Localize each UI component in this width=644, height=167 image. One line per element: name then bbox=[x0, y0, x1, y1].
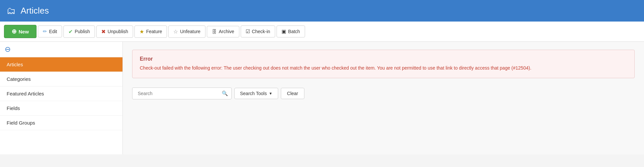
error-box: Error Check-out failed with the followin… bbox=[132, 50, 635, 78]
unfeature-button-label: Unfeature bbox=[180, 29, 200, 34]
app-header: 🗂 Articles bbox=[0, 0, 644, 22]
archive-button[interactable]: 🗄 Archive bbox=[207, 26, 239, 37]
feature-button-label: Feature bbox=[146, 29, 162, 34]
checkin-button[interactable]: ☑ Check-in bbox=[241, 26, 275, 37]
sidebar-item-featured-articles-label: Featured Articles bbox=[7, 91, 44, 96]
sidebar-item-articles-label: Articles bbox=[7, 62, 23, 67]
clear-button[interactable]: Clear bbox=[281, 88, 304, 99]
main-layout: ⊖ Articles Categories Featured Articles … bbox=[0, 42, 644, 154]
error-title: Error bbox=[140, 56, 627, 62]
edit-button-label: Edit bbox=[49, 29, 57, 34]
checkin-button-label: Check-in bbox=[252, 29, 270, 34]
sidebar-item-field-groups-label: Field Groups bbox=[7, 120, 35, 126]
batch-button-label: Batch bbox=[288, 29, 300, 34]
sidebar-item-fields[interactable]: Fields bbox=[0, 101, 122, 116]
search-tools-label: Search Tools bbox=[240, 91, 267, 96]
sidebar-back: ⊖ bbox=[0, 42, 122, 57]
sidebar-item-field-groups[interactable]: Field Groups bbox=[0, 116, 122, 130]
archive-icon: 🗄 bbox=[212, 29, 217, 34]
x-circle-icon: ✖ bbox=[101, 28, 106, 35]
clear-label: Clear bbox=[287, 91, 298, 96]
search-icon[interactable]: 🔍 bbox=[222, 90, 228, 96]
sidebar-item-articles[interactable]: Articles bbox=[0, 57, 122, 72]
plus-icon: ⊕ bbox=[12, 28, 17, 35]
sidebar-item-categories[interactable]: Categories bbox=[0, 72, 122, 86]
search-bar: 🔍 Search Tools ▼ Clear bbox=[132, 87, 635, 99]
toolbar: ⊕ New ✏ Edit ✔ Publish ✖ Unpublish ★ Fea… bbox=[0, 22, 644, 42]
check-icon: ✔ bbox=[68, 28, 73, 35]
batch-icon: ▣ bbox=[282, 28, 286, 34]
sidebar-item-fields-label: Fields bbox=[7, 105, 20, 111]
batch-button[interactable]: ▣ Batch bbox=[277, 26, 305, 37]
edit-icon: ✏ bbox=[43, 28, 47, 34]
star-outline-icon: ☆ bbox=[173, 28, 178, 35]
content-area: Error Check-out failed with the followin… bbox=[123, 42, 644, 154]
search-input[interactable] bbox=[136, 88, 222, 99]
new-button[interactable]: ⊕ New bbox=[4, 25, 37, 38]
search-input-wrap: 🔍 bbox=[132, 87, 232, 99]
publish-button-label: Publish bbox=[75, 29, 90, 34]
chevron-down-icon: ▼ bbox=[269, 91, 273, 95]
sidebar-item-featured-articles[interactable]: Featured Articles bbox=[0, 86, 122, 101]
checkin-icon: ☑ bbox=[246, 28, 250, 34]
error-message: Check-out failed with the following erro… bbox=[140, 65, 627, 72]
sidebar-item-categories-label: Categories bbox=[7, 76, 31, 82]
unpublish-button[interactable]: ✖ Unpublish bbox=[96, 26, 133, 38]
edit-button[interactable]: ✏ Edit bbox=[38, 26, 62, 37]
archive-button-label: Archive bbox=[219, 29, 234, 34]
publish-button[interactable]: ✔ Publish bbox=[63, 26, 95, 38]
header-icon: 🗂 bbox=[7, 5, 16, 16]
unfeature-button[interactable]: ☆ Unfeature bbox=[168, 26, 205, 38]
page-title: Articles bbox=[21, 6, 49, 16]
feature-button[interactable]: ★ Feature bbox=[134, 26, 167, 38]
sidebar: ⊖ Articles Categories Featured Articles … bbox=[0, 42, 123, 154]
back-button[interactable]: ⊖ bbox=[5, 45, 11, 54]
unpublish-button-label: Unpublish bbox=[108, 29, 128, 34]
new-button-label: New bbox=[19, 29, 29, 34]
search-tools-button[interactable]: Search Tools ▼ bbox=[234, 88, 278, 99]
star-filled-icon: ★ bbox=[139, 28, 144, 35]
